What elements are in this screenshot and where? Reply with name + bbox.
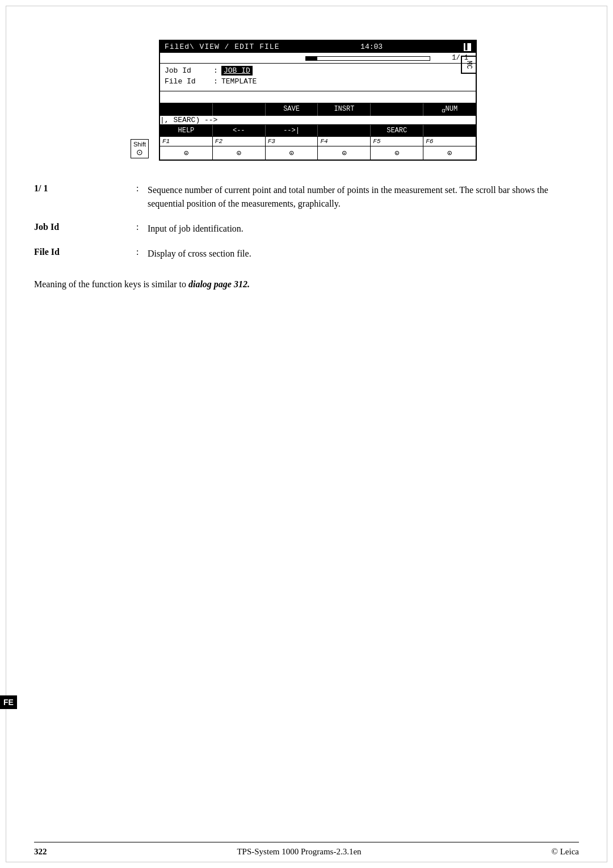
job-id-colon: :: [210, 66, 221, 75]
screen-title: FilEd\ VIEW / EDIT FILE: [165, 43, 279, 51]
scroll-bar: [305, 56, 430, 61]
fkey-label-f3: F3: [266, 137, 318, 146]
shift-dot: ⊙: [133, 148, 146, 157]
fkey-alphanum[interactable]: αNUM: [423, 103, 476, 116]
desc-def-sequence: Sequence number of current point and tot…: [148, 183, 579, 211]
job-id-value: JOB ID: [221, 66, 471, 75]
screen-time: 14:03: [360, 43, 383, 51]
function-keys-note: Meaning of the function keys is similar …: [34, 278, 579, 291]
field-row-fileid: File Id : TEMPLATE: [165, 77, 471, 86]
job-id-highlight: JOB ID: [221, 66, 253, 76]
fkey-r1-5: [371, 103, 423, 116]
scroll-area: 1/ 1: [160, 53, 476, 64]
file-id-value: TEMPLATE: [221, 77, 471, 86]
job-id-label: Job Id: [165, 66, 210, 75]
fkey-dot-f4[interactable]: ⊙: [318, 146, 371, 160]
footer-brand: © Leica: [552, 847, 579, 857]
desc-term-fileid: File Id: [34, 247, 136, 257]
fkeys-note-text: Meaning of the function keys is similar …: [34, 279, 186, 289]
fkey-r1-1: [160, 103, 213, 116]
footer-page-number: 322: [34, 847, 47, 857]
file-id-colon: :: [210, 77, 221, 86]
screen-container: MC Shift ⊙ FilEd\ VIEW / EDIT FILE 14:03…: [159, 40, 477, 161]
scroll-position: 1/ 1: [452, 54, 468, 62]
fkey-r1-2: [213, 103, 266, 116]
screen-spacer: [160, 91, 476, 103]
fkey-save[interactable]: SAVE: [266, 103, 318, 116]
fkey-dot-row: ⊙ ⊙ ⊙ ⊙ ⊙ ⊙: [160, 146, 476, 160]
desc-def-fileid: Display of cross section file.: [148, 247, 579, 261]
scroll-indicator-placeholder: ▌: [464, 43, 471, 51]
shift-key: Shift ⊙: [131, 139, 149, 158]
content-area: MC Shift ⊙ FilEd\ VIEW / EDIT FILE 14:03…: [34, 23, 579, 823]
screen-title-bar: FilEd\ VIEW / EDIT FILE 14:03 ▌: [160, 41, 476, 53]
fkey-r2-6: [423, 125, 476, 136]
desc-row-jobid: Job Id : Input of job identification.: [34, 222, 579, 236]
fkey-label-row: F1 F2 F3 F4 F5 F6: [160, 137, 476, 146]
fkey-dot-f5[interactable]: ⊙: [371, 146, 423, 160]
fkey-r2-4: [318, 125, 371, 136]
field-row-jobid: Job Id : JOB ID: [165, 66, 471, 75]
file-id-label: File Id: [165, 77, 210, 86]
fkey-label-f4: F4: [318, 137, 371, 146]
desc-row-sequence: 1/ 1 : Sequence number of current point …: [34, 183, 579, 211]
fkey-help[interactable]: HELP: [160, 125, 213, 136]
shift-label: Shift: [133, 141, 146, 148]
fkey-row-2: HELP <-- -->| SEARC: [160, 124, 476, 136]
fkey-label-f5: F5: [371, 137, 423, 146]
desc-colon-fileid: :: [136, 247, 148, 257]
desc-term-jobid: Job Id: [34, 222, 136, 232]
fkey-labels-container: F1 F2 F3 F4 F5 F6 ⊙ ⊙ ⊙ ⊙ ⊙ ⊙: [160, 136, 476, 160]
fkey-back[interactable]: <--: [213, 125, 266, 136]
desc-colon-sequence: :: [136, 183, 148, 194]
file-id-text: TEMPLATE: [221, 77, 257, 86]
desc-term-sequence: 1/ 1: [34, 183, 136, 194]
fkey-dot-f1[interactable]: ⊙: [160, 146, 213, 160]
fkey-label-f2: F2: [213, 137, 266, 146]
fkey-dot-f6[interactable]: ⊙: [423, 146, 476, 160]
footer-title: TPS-System 1000 Programs-2.3.1en: [237, 847, 361, 857]
desc-colon-jobid: :: [136, 222, 148, 232]
fkey-dot-f3[interactable]: ⊙: [266, 146, 318, 160]
fkey-search[interactable]: SEARC: [371, 125, 423, 136]
fkey-label-f1: F1: [160, 137, 213, 146]
fkey-fwd[interactable]: -->|: [266, 125, 318, 136]
device-screen: FilEd\ VIEW / EDIT FILE 14:03 ▌ 1/ 1 Job…: [159, 40, 477, 161]
desc-row-fileid: File Id : Display of cross section file.: [34, 247, 579, 261]
fkey-dot-f2[interactable]: ⊙: [213, 146, 266, 160]
desc-def-jobid: Input of job identification.: [148, 222, 579, 236]
fe-label: FE: [0, 695, 17, 709]
screen-fields: Job Id : JOB ID File Id : TEMPLATE: [160, 64, 476, 91]
fkey-insrt[interactable]: INSRT: [318, 103, 371, 116]
scroll-bar-fill: [306, 57, 317, 60]
fkey-label-f6: F6: [423, 137, 476, 146]
fkey-row-1: SAVE INSRT αNUM: [160, 103, 476, 116]
fkeys-note-italic: dialog page 312.: [188, 279, 250, 289]
footer: 322 TPS-System 1000 Programs-2.3.1en © L…: [34, 842, 579, 857]
description-section: 1/ 1 : Sequence number of current point …: [34, 183, 579, 291]
